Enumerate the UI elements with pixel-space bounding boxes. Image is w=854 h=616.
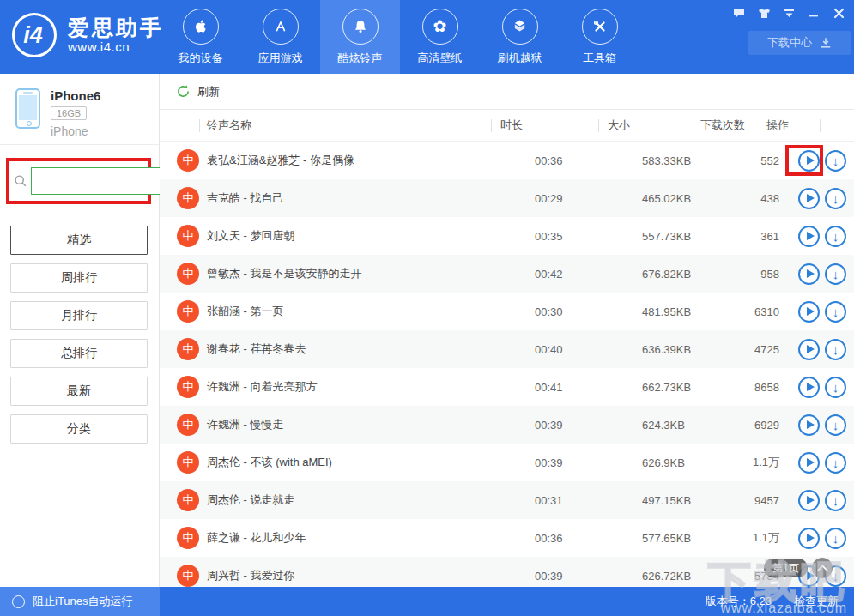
download-button[interactable]: ↓: [825, 150, 846, 172]
play-button[interactable]: [798, 263, 820, 285]
ringtone-size: 676.82KB: [633, 255, 715, 293]
nav-tab-apps-games[interactable]: 应用游戏: [240, 0, 320, 74]
ringtone-duration: 00:40: [525, 330, 633, 368]
app-title: 爱思助手: [68, 16, 164, 39]
category-weekly-rank[interactable]: 周排行: [10, 263, 148, 293]
ringtone-title: 刘文天 - 梦回唐朝: [207, 228, 295, 244]
ringtone-title: 周兴哲 - 我爱过你: [207, 568, 295, 583]
play-button[interactable]: [798, 490, 820, 511]
category-featured[interactable]: 精选: [10, 226, 148, 255]
download-button[interactable]: ↓: [825, 263, 846, 285]
ringtone-table: 中 袁弘&汪涵&赵雅芝 - 你是偶像 00:36 583.33KB 552 ↓ …: [160, 142, 854, 587]
nav-tab-jailbreak[interactable]: 刷机越狱: [480, 0, 560, 74]
version-label: 版本号：6.23: [706, 594, 772, 609]
category-monthly-rank[interactable]: 月排行: [10, 301, 148, 330]
ringtone-duration: 00:39: [525, 444, 633, 481]
ringtone-badge-icon: 中: [177, 414, 199, 436]
download-button[interactable]: ↓: [825, 377, 846, 398]
table-row: 中 许魏洲 - 慢慢走 00:39 624.3KB 6929 ↓: [160, 406, 854, 444]
category-newest[interactable]: 最新: [10, 377, 148, 406]
nav-label: 应用游戏: [258, 51, 303, 66]
block-itunes-toggle[interactable]: 阻止iTunes自动运行: [0, 587, 160, 616]
ringtone-title: 薛之谦 - 花儿和少年: [207, 530, 306, 546]
play-icon: [807, 269, 815, 278]
download-button[interactable]: ↓: [825, 414, 846, 436]
close-icon[interactable]: [832, 7, 845, 20]
ringtone-title: 周杰伦 - 不该 (with aMEI): [207, 455, 332, 470]
nav-tab-toolbox[interactable]: 工具箱: [560, 0, 639, 74]
divider: [0, 144, 159, 145]
category-genres[interactable]: 分类: [10, 414, 148, 444]
play-button[interactable]: [798, 528, 820, 549]
nav-tab-ringtones[interactable]: 酷炫铃声: [320, 0, 400, 74]
ringtone-duration: 00:36: [525, 142, 633, 179]
device-name: iPhone6: [51, 88, 100, 103]
download-button[interactable]: ↓: [825, 528, 846, 549]
play-button[interactable]: [798, 226, 820, 247]
download-arrow-icon: ↓: [833, 381, 839, 394]
ringtone-badge-icon: 中: [177, 263, 199, 285]
page-indicator-badge: 第1页: [764, 559, 808, 577]
play-button[interactable]: [798, 339, 820, 360]
minimize-to-tray-icon[interactable]: [782, 7, 796, 20]
ringtone-duration: 00:29: [525, 179, 633, 217]
ringtone-title: 张韶涵 - 第一页: [207, 304, 284, 319]
nav-tab-my-device[interactable]: 我的设备: [161, 0, 240, 74]
download-button[interactable]: ↓: [825, 226, 846, 247]
ringtone-duration: 00:42: [525, 255, 633, 293]
feedback-chat-icon[interactable]: [732, 7, 746, 20]
ringtone-duration: 00:36: [525, 519, 633, 557]
app-logo[interactable]: i4 爱思助手 www.i4.cn: [12, 13, 164, 57]
column-download-count: 下载次数: [681, 110, 754, 141]
ringtone-badge-icon: 中: [177, 527, 199, 549]
download-arrow-icon: ↓: [833, 230, 839, 243]
ringtone-title: 吉克皓 - 找自己: [207, 190, 284, 206]
check-update-button[interactable]: 检查更新: [794, 594, 839, 609]
ringtone-size: 583.33KB: [633, 142, 715, 179]
sidebar: iPhone6 16GB iPhone 搜索 精选 周排行 月排行 总排行 最新…: [0, 74, 160, 587]
download-button[interactable]: ↓: [825, 490, 846, 511]
download-button[interactable]: ↓: [825, 339, 846, 360]
minimize-icon[interactable]: [807, 7, 821, 20]
ringtone-size: 557.73KB: [633, 217, 715, 255]
download-button[interactable]: ↓: [825, 188, 846, 209]
jailbreak-box-icon: [502, 9, 538, 45]
toolbar: 刷新: [160, 74, 854, 110]
scroll-to-top-button[interactable]: [812, 558, 833, 578]
play-icon: [807, 232, 815, 240]
skin-tshirt-icon[interactable]: [757, 7, 771, 20]
download-center-button[interactable]: 下载中心: [748, 31, 851, 55]
play-button[interactable]: [798, 414, 820, 436]
block-itunes-label: 阻止iTunes自动运行: [33, 594, 133, 609]
download-arrow-icon: ↓: [833, 456, 839, 469]
download-arrow-icon: ↓: [833, 154, 839, 167]
download-tray-icon: [820, 37, 832, 49]
annotation-download-highlight: [785, 145, 823, 176]
main-nav: 我的设备 应用游戏 酷炫铃声 ✿ 高清壁纸: [161, 0, 639, 74]
ringtone-download-count: 1.1万: [715, 444, 788, 481]
device-type: iPhone: [51, 124, 100, 138]
play-icon: [807, 383, 815, 391]
download-arrow-icon: ↓: [833, 268, 839, 281]
download-arrow-icon: ↓: [833, 532, 839, 545]
ringtone-badge-icon: 中: [177, 149, 199, 172]
category-list: 精选 周排行 月排行 总排行 最新 分类: [10, 226, 148, 444]
download-button[interactable]: ↓: [825, 452, 846, 474]
table-row: 中 薛之谦 - 花儿和少年 00:36 577.65KB 1.1万 ↓: [160, 519, 854, 557]
ringtone-download-count: 361: [715, 217, 788, 255]
nav-tab-wallpapers[interactable]: ✿ 高清壁纸: [400, 0, 480, 74]
ringtone-badge-icon: 中: [177, 451, 199, 474]
refresh-button[interactable]: 刷新: [176, 84, 220, 100]
category-total-rank[interactable]: 总排行: [10, 339, 148, 368]
play-button[interactable]: [798, 188, 820, 209]
download-arrow-icon: ↓: [833, 343, 839, 356]
window-controls: [732, 7, 845, 20]
ringtone-size: 465.02KB: [633, 179, 715, 217]
play-button[interactable]: [798, 301, 820, 323]
i4-logo-icon: i4: [12, 13, 57, 57]
download-arrow-icon: ↓: [833, 192, 839, 205]
play-button[interactable]: [798, 452, 820, 474]
download-button[interactable]: ↓: [825, 301, 846, 323]
play-button[interactable]: [798, 377, 820, 398]
column-spacer: [820, 110, 854, 141]
